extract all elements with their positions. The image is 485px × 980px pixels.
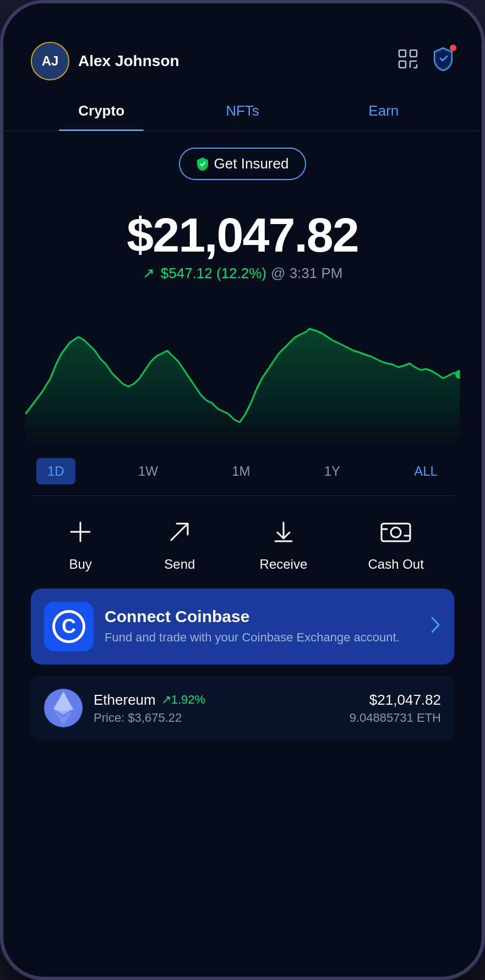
receive-icon [264, 513, 303, 551]
status-bar [3, 3, 482, 31]
balance-section: $21,047.82 ↗ $547.12 (12.2%) @ 3:31 PM [31, 210, 454, 282]
connect-coinbase-card[interactable]: C Connect Coinbase Fund and trade with y… [31, 589, 454, 665]
send-label: Send [164, 557, 195, 572]
coinbase-chevron-icon [430, 616, 441, 638]
cashout-icon [377, 513, 415, 551]
phone-frame: AJ Alex Johnson [0, 0, 485, 980]
coinbase-logo: C [44, 602, 94, 651]
balance-amount: $21,047.82 [31, 210, 454, 260]
asset-name-row: Ethereum ↗1.92% [94, 692, 339, 709]
scan-icon[interactable] [397, 48, 419, 74]
tabs: Crypto NFTs Earn [3, 91, 482, 131]
buy-icon [61, 513, 100, 551]
coinbase-title: Connect Coinbase [105, 607, 419, 626]
user-info: AJ Alex Johnson [31, 42, 179, 80]
price-chart [25, 293, 460, 447]
send-icon [160, 513, 199, 551]
buy-label: Buy [69, 557, 91, 572]
balance-change-value: ↗ $547.12 (12.2%) [143, 265, 266, 282]
header: AJ Alex Johnson [3, 31, 482, 91]
phone-inner: AJ Alex Johnson [3, 3, 482, 977]
cashout-label: Cash Out [368, 557, 423, 572]
svg-rect-1 [410, 50, 417, 57]
asset-price: Price: $3,675.22 [94, 711, 339, 725]
asset-name: Ethereum [94, 692, 156, 709]
time-filters: 1D 1W 1M 1Y ALL [31, 458, 454, 496]
cashout-button[interactable]: Cash Out [368, 513, 423, 572]
asset-amount: 9.04885731 ETH [350, 711, 441, 725]
receive-label: Receive [260, 557, 308, 572]
time-filter-1y[interactable]: 1Y [313, 458, 351, 484]
main-content: Get Insured $21,047.82 ↗ $547.12 (12.2%)… [3, 131, 482, 763]
header-icons [397, 47, 454, 75]
ethereum-asset-row[interactable]: Ethereum ↗1.92% Price: $3,675.22 $21,047… [31, 676, 454, 741]
asset-change: ↗1.92% [161, 693, 205, 707]
balance-change: ↗ $547.12 (12.2%) @ 3:31 PM [31, 265, 454, 282]
send-button[interactable]: Send [160, 513, 199, 572]
chart-container [25, 293, 460, 447]
receive-button[interactable]: Receive [260, 513, 308, 572]
tab-nfts[interactable]: NFTs [172, 91, 313, 130]
coinbase-c-icon: C [52, 610, 85, 643]
svg-rect-0 [399, 50, 406, 57]
buy-button[interactable]: Buy [61, 513, 100, 572]
asset-value: $21,047.82 [350, 692, 441, 709]
time-filter-all[interactable]: ALL [403, 458, 449, 484]
coinbase-description: Fund and trade with your Coinbase Exchan… [105, 629, 419, 646]
balance-time: @ 3:31 PM [271, 265, 342, 282]
time-filter-1w[interactable]: 1W [127, 458, 169, 484]
action-buttons: Buy Send [31, 513, 454, 572]
svg-point-13 [391, 527, 401, 537]
get-insured-label: Get Insured [214, 155, 289, 172]
tab-crypto[interactable]: Crypto [31, 91, 172, 130]
svg-marker-18 [53, 692, 73, 711]
shield-icon[interactable] [432, 47, 454, 75]
user-name: Alex Johnson [78, 52, 179, 70]
svg-rect-2 [399, 61, 406, 68]
asset-info: Ethereum ↗1.92% Price: $3,675.22 [94, 692, 339, 725]
shield-notification-dot [450, 45, 456, 51]
time-filter-1d[interactable]: 1D [36, 458, 75, 484]
ethereum-logo [44, 689, 83, 727]
coinbase-text: Connect Coinbase Fund and trade with you… [105, 607, 419, 646]
avatar: AJ [31, 42, 69, 80]
tab-earn[interactable]: Earn [313, 91, 454, 130]
asset-values: $21,047.82 9.04885731 ETH [350, 692, 441, 725]
time-filter-1m[interactable]: 1M [221, 458, 261, 484]
svg-rect-12 [382, 524, 410, 541]
get-insured-button[interactable]: Get Insured [179, 148, 307, 180]
